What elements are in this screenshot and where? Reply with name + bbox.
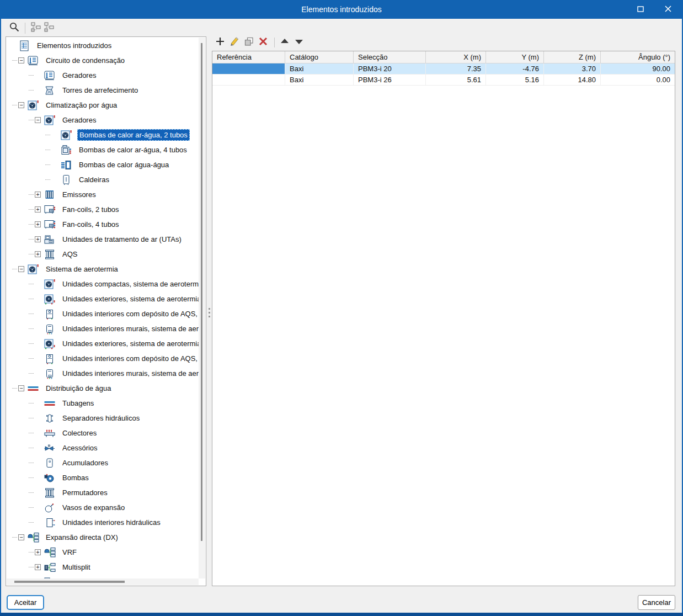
- tree-item[interactable]: Permutadores: [7, 485, 199, 500]
- expand-node-icon[interactable]: +: [35, 221, 41, 227]
- copy-button[interactable]: [242, 36, 255, 49]
- table-cell[interactable]: [212, 63, 285, 74]
- tree-item[interactable]: Geradores: [7, 68, 199, 83]
- splitter-grip-icon: [206, 306, 212, 317]
- table-cell[interactable]: 3.70: [544, 63, 601, 74]
- table-cell[interactable]: Baxi: [285, 63, 354, 74]
- tree-vertical-scrollbar[interactable]: [199, 38, 205, 578]
- table-cell[interactable]: 5.61: [426, 75, 486, 85]
- column-header[interactable]: Referência: [212, 51, 285, 63]
- table-cell[interactable]: 0.00: [601, 75, 675, 85]
- table-cell[interactable]: PBM3-i 20: [354, 63, 426, 74]
- tree-item[interactable]: +Multisplit: [7, 560, 199, 575]
- tree-item[interactable]: −Circuito de condensação: [7, 53, 199, 68]
- collapse-node-icon[interactable]: −: [18, 266, 24, 272]
- tree-item[interactable]: +Unidades de tratamento de ar (UTAs): [7, 232, 199, 247]
- tree-item[interactable]: +Fan-coils, 2 tubos: [7, 202, 199, 217]
- column-header[interactable]: Z (m): [544, 51, 601, 63]
- tree-item[interactable]: Caldeiras: [7, 172, 199, 187]
- expand-tree-button[interactable]: [29, 22, 42, 35]
- close-button[interactable]: [658, 0, 679, 19]
- delete-button[interactable]: [257, 36, 270, 49]
- tree-item[interactable]: Unidades interiores com depósito de AQS,…: [7, 351, 199, 366]
- add-button[interactable]: [214, 36, 227, 49]
- collapse-tree-button[interactable]: [42, 22, 56, 35]
- tree-horizontal-scrollbar-thumb[interactable]: [14, 581, 125, 583]
- tree-item-label: Separadores hidráulicos: [61, 413, 141, 423]
- expand-node-icon[interactable]: +: [35, 549, 41, 555]
- panel-splitter[interactable]: [206, 36, 212, 586]
- tree-item[interactable]: Unidades interiores hidráulicas: [7, 515, 199, 530]
- column-header[interactable]: Selecção: [354, 51, 426, 63]
- tree-guide-line: [29, 552, 34, 553]
- tree-item[interactable]: −Geradores: [7, 113, 199, 128]
- tree-item[interactable]: Vasos de expansão: [7, 500, 199, 515]
- tree-vertical-scrollbar-thumb[interactable]: [201, 43, 202, 541]
- tree-item[interactable]: +VRF: [7, 545, 199, 560]
- tree-item[interactable]: −Expansão directa (DX): [7, 530, 199, 545]
- tree-item[interactable]: Unidades interiores com depósito de AQS,…: [7, 306, 199, 321]
- maximize-button[interactable]: [630, 0, 651, 19]
- collapse-node-icon[interactable]: −: [18, 534, 24, 540]
- collapse-node-icon[interactable]: −: [35, 117, 41, 123]
- tree-item[interactable]: Unidades interiores murais, sistema de a…: [7, 321, 199, 336]
- tree-item[interactable]: Torres de arrefecimento: [7, 83, 199, 98]
- tree-item[interactable]: Acumuladores: [7, 455, 199, 470]
- tree-item[interactable]: Unidades exteriores, sistema de aeroterm…: [7, 336, 199, 351]
- move-up-button[interactable]: [278, 36, 291, 49]
- tree-item[interactable]: Bombas de calor ar-água, 2 tubos: [7, 128, 199, 142]
- tree-item[interactable]: Unidades interiores murais, sistema de a…: [7, 366, 199, 381]
- tree-item[interactable]: Acessórios: [7, 440, 199, 455]
- tree-item[interactable]: Unidades exteriores, sistema de aeroterm…: [7, 291, 199, 306]
- table-row[interactable]: BaxiPBM3-i 265.615.1614.800.00: [212, 75, 675, 86]
- tree-item[interactable]: +Fan-coils, 4 tubos: [7, 217, 199, 232]
- collapse-node-icon[interactable]: −: [18, 102, 24, 108]
- table-cell[interactable]: 14.80: [544, 75, 601, 85]
- table-cell[interactable]: Baxi: [285, 75, 354, 85]
- expand-node-icon[interactable]: +: [35, 564, 41, 570]
- tree-item[interactable]: Elementos introduzidos: [7, 38, 199, 53]
- table-cell[interactable]: -4.76: [486, 63, 544, 74]
- expand-node-icon[interactable]: +: [35, 236, 41, 242]
- column-header[interactable]: Catálogo: [285, 51, 354, 63]
- aerothermal-outdoor-icon: [43, 294, 57, 305]
- tree-item[interactable]: −Sistema de aerotermia: [7, 262, 199, 277]
- tree-item-label: Geradores: [61, 115, 98, 125]
- table-cell[interactable]: 90.00: [601, 63, 675, 74]
- tree-item[interactable]: −Distribuição de água: [7, 381, 199, 396]
- column-header[interactable]: X (m): [426, 51, 486, 63]
- table-cell[interactable]: 7.35: [426, 63, 486, 74]
- column-header[interactable]: Y (m): [486, 51, 544, 63]
- move-down-button[interactable]: [292, 36, 306, 49]
- expand-node-icon[interactable]: +: [35, 192, 41, 198]
- collapse-node-icon[interactable]: −: [18, 385, 24, 391]
- tree-item[interactable]: Bombas: [7, 470, 199, 485]
- tree-item[interactable]: Tubagens: [7, 396, 199, 411]
- tree-item[interactable]: +Emissores: [7, 187, 199, 202]
- expand-node-icon[interactable]: +: [35, 251, 41, 257]
- table-cell[interactable]: [212, 75, 285, 85]
- titlebar: Elementos introduzidos: [0, 0, 683, 19]
- expand-node-icon[interactable]: +: [35, 206, 41, 213]
- search-button[interactable]: [8, 22, 21, 35]
- table-cell[interactable]: PBM3-i 26: [354, 75, 426, 85]
- tree-item[interactable]: −Climatização por água: [7, 98, 199, 113]
- tree-item[interactable]: Bombas de calor água-água: [7, 157, 199, 172]
- tree-item[interactable]: +AQS: [7, 247, 199, 262]
- tree-item[interactable]: Bombas de calor ar-água, 4 tubos: [7, 142, 199, 157]
- tree-horizontal-scrollbar[interactable]: [7, 578, 199, 585]
- tree-item[interactable]: Unidades compactas, sistema de aerotermi…: [7, 277, 199, 291]
- tree-guide-line: [12, 269, 17, 269]
- manifold-icon: [43, 428, 57, 439]
- tree-item[interactable]: +Split 1x1: [7, 575, 199, 578]
- edit-button[interactable]: [228, 36, 241, 49]
- move-down-icon: [294, 36, 305, 49]
- tree-item[interactable]: Separadores hidráulicos: [7, 411, 199, 426]
- table-cell[interactable]: 5.16: [486, 75, 544, 85]
- collapse-node-icon[interactable]: −: [18, 57, 24, 63]
- column-header[interactable]: Ângulo (°): [601, 51, 675, 63]
- tree-item[interactable]: Colectores: [7, 426, 199, 440]
- accept-button[interactable]: Aceitar: [7, 595, 44, 610]
- cancel-button[interactable]: Cancelar: [638, 595, 675, 610]
- table-row[interactable]: BaxiPBM3-i 207.35-4.763.7090.00: [212, 63, 675, 75]
